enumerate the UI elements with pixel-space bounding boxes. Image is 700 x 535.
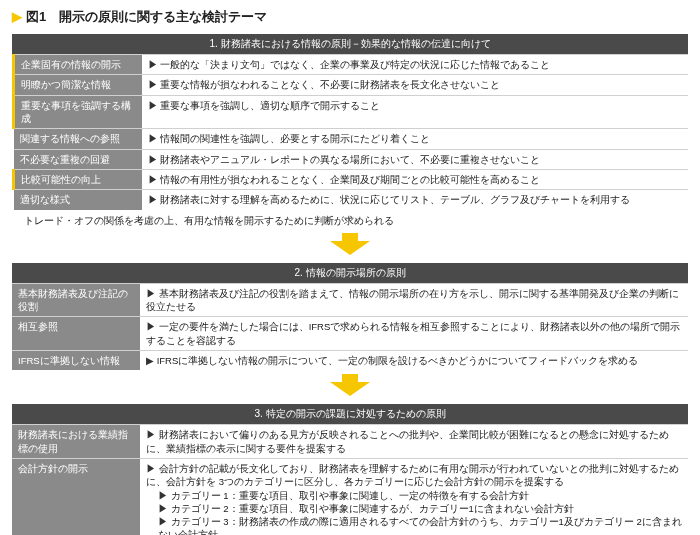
section-1-header: 1. 財務諸表における情報の原則－効果的な情報の伝達に向けて [12,34,688,54]
arrow-icon [12,374,688,400]
row-desc: 財務諸表において偏りのある見方が反映されることへの批判や、企業間比較が困難になる… [140,425,688,459]
figure-title-text: 図1 開示の原則に関する主な検討テーマ [26,9,267,24]
svg-marker-0 [330,233,370,255]
figure-title: ▶図1 開示の原則に関する主な検討テーマ [12,8,688,26]
section-2-table: 基本財務諸表及び注記の役割基本財務諸表及び注記の役割を踏まえて、情報の開示場所の… [12,283,688,370]
row-label: 明瞭かつ簡潔な情報 [14,75,142,95]
row-desc: 会計方針の記載が長文化しており、財務諸表を理解するために有用な開示が行われていな… [140,458,688,535]
row-label: 会計方針の開示 [12,458,140,535]
section-3-table: 財務諸表における業績指標の使用 財務諸表において偏りのある見方が反映されることへ… [12,424,688,535]
triangle-icon: ▶ [12,9,22,24]
row-desc: 情報の有用性が損なわれることなく、企業間及び期間ごとの比較可能性を高めること [142,169,689,189]
row-label: 財務諸表における業績指標の使用 [12,425,140,459]
section-1-note: トレード・オフの関係を考慮の上、有用な情報を開示するために判断が求められる [24,214,688,227]
row-desc: IFRSに準拠しない情報の開示について、一定の制限を設けるべきかどうかについてフ… [140,351,688,371]
row-desc: 一般的な「決まり文句」ではなく、企業の事業及び特定の状況に応じた情報であること [142,55,689,75]
row-label: 比較可能性の向上 [14,169,142,189]
section-2-header: 2. 情報の開示場所の原則 [12,263,688,283]
section-3-header: 3. 特定の開示の課題に対処するための原則 [12,404,688,424]
row-label: 企業固有の情報の開示 [14,55,142,75]
row-desc: 財務諸表やアニュアル・レポートの異なる場所において、不必要に重複させないこと [142,149,689,169]
arrow-icon [12,233,688,259]
row-desc: 一定の要件を満たした場合には、IFRSで求められる情報を相互参照することにより、… [140,317,688,351]
row-label: 関連する情報への参照 [14,129,142,149]
svg-marker-1 [330,374,370,396]
row-label: 適切な様式 [14,190,142,210]
row-label: 不必要な重複の回避 [14,149,142,169]
row-label: 重要な事項を強調する構成 [14,95,142,129]
row-desc: 財務諸表に対する理解を高めるために、状況に応じてリスト、テーブル、グラフ及びチャ… [142,190,689,210]
row-label: 相互参照 [12,317,140,351]
row-desc: 情報間の関連性を強調し、必要とする開示にたどり着くこと [142,129,689,149]
section-1-table: 企業固有の情報の開示一般的な「決まり文句」ではなく、企業の事業及び特定の状況に応… [12,54,688,209]
row-desc: 重要な事項を強調し、適切な順序で開示すること [142,95,689,129]
row-desc: 重要な情報が損なわれることなく、不必要に財務諸表を長文化させないこと [142,75,689,95]
row-desc: 基本財務諸表及び注記の役割を踏まえて、情報の開示場所の在り方を示し、開示に関する… [140,283,688,317]
row-label: IFRSに準拠しない情報 [12,351,140,371]
row-label: 基本財務諸表及び注記の役割 [12,283,140,317]
